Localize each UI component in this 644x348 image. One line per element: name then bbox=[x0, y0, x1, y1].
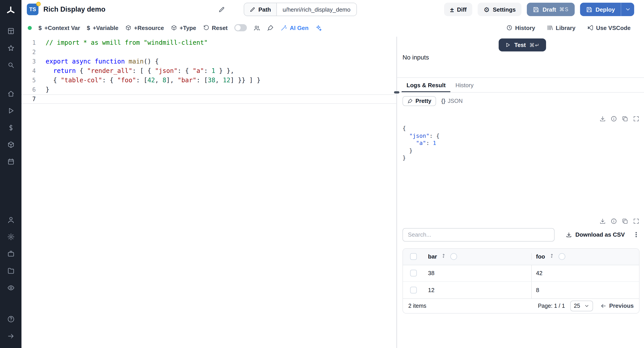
table-row: 3842 bbox=[403, 265, 639, 282]
deploy-button-group: Deploy bbox=[580, 3, 634, 16]
chevron-down-icon bbox=[584, 303, 590, 308]
windmill-logo[interactable] bbox=[4, 4, 17, 17]
collaborators-button[interactable] bbox=[254, 24, 260, 31]
add-variable-button[interactable]: $ +Variable bbox=[87, 24, 118, 31]
code-line[interactable]: 4 return { "render_all": [ { "json": { "… bbox=[22, 66, 396, 76]
library-button[interactable]: Library bbox=[547, 24, 575, 31]
table-row: 128 bbox=[403, 282, 639, 298]
resources-icon[interactable] bbox=[3, 137, 18, 152]
download-csv-button[interactable]: Download as CSV bbox=[566, 231, 625, 238]
no-inputs-text: No inputs bbox=[402, 54, 429, 61]
code-line[interactable]: 7 bbox=[22, 94, 396, 104]
collapse-sidebar-icon[interactable] bbox=[3, 328, 18, 344]
pen-icon bbox=[408, 98, 413, 104]
code-line[interactable]: 1// import * as wmill from "windmill-cli… bbox=[22, 38, 396, 48]
code-line[interactable]: 2 bbox=[22, 48, 396, 57]
panel-splitter[interactable] bbox=[396, 37, 397, 348]
select-all-checkbox[interactable] bbox=[410, 253, 416, 260]
add-context-var-button[interactable]: $ +Context Var bbox=[38, 24, 80, 31]
path-value[interactable]: u/henri/rich_display_demo bbox=[277, 3, 356, 16]
draft-shortcut: ⌘S bbox=[559, 6, 569, 12]
add-variable-label: +Variable bbox=[93, 24, 118, 31]
copy-icon[interactable] bbox=[622, 116, 628, 122]
settings-button[interactable]: ⚙ Settings bbox=[478, 3, 522, 16]
use-vscode-button[interactable]: Use VSCode bbox=[587, 24, 630, 31]
code-line[interactable]: 5 { "table-col": { "foo": [42, 8], "bar"… bbox=[22, 76, 396, 85]
code-line[interactable]: 6} bbox=[22, 85, 396, 94]
tab-logs-result[interactable]: Logs & Result bbox=[402, 78, 450, 92]
previous-page-button[interactable]: Previous bbox=[600, 302, 634, 309]
runs-icon[interactable] bbox=[3, 103, 18, 118]
download-icon[interactable] bbox=[599, 218, 606, 224]
table-body: 3842128 bbox=[403, 265, 639, 298]
typescript-badge: TS bbox=[27, 4, 38, 15]
diff-button[interactable]: ± Diff bbox=[444, 3, 472, 16]
topbar: TS Rich Display demo Path u/henri/rich_d… bbox=[22, 0, 644, 19]
sort-icon[interactable] bbox=[441, 253, 446, 260]
reset-icon bbox=[203, 24, 209, 31]
table-menu-button[interactable] bbox=[633, 231, 640, 238]
path-label: Path bbox=[258, 6, 271, 13]
vscode-icon bbox=[587, 24, 593, 31]
expand-icon[interactable] bbox=[633, 218, 640, 224]
folders-icon[interactable] bbox=[3, 263, 18, 278]
deploy-button[interactable]: Deploy bbox=[580, 3, 621, 16]
table-cell: 42 bbox=[531, 265, 639, 281]
add-type-button[interactable]: +Type bbox=[170, 24, 196, 31]
row-checkbox[interactable] bbox=[410, 270, 416, 276]
code-editor[interactable]: 1// import * as wmill from "windmill-cli… bbox=[22, 37, 396, 348]
home-icon[interactable] bbox=[3, 86, 18, 101]
ai-sparkles-button[interactable] bbox=[315, 24, 322, 31]
items-count: 2 items bbox=[408, 302, 426, 309]
info-icon[interactable] bbox=[610, 218, 617, 224]
help-icon[interactable] bbox=[3, 311, 18, 326]
users-icon[interactable] bbox=[3, 212, 18, 227]
code-text: return { "render_all": [ { "json": { "a"… bbox=[46, 66, 234, 76]
code-line[interactable]: 3export async function main() { bbox=[22, 57, 396, 66]
ai-gen-button[interactable]: AI Gen bbox=[280, 24, 308, 31]
table-search-input[interactable] bbox=[402, 228, 554, 241]
add-resource-label: +Resource bbox=[134, 24, 164, 31]
line-number: 5 bbox=[22, 76, 46, 85]
tab-history[interactable]: History bbox=[450, 78, 478, 92]
reset-button[interactable]: Reset bbox=[203, 24, 228, 31]
test-button[interactable]: Test ⌘↵ bbox=[499, 38, 546, 52]
sparkles-icon bbox=[315, 24, 322, 31]
schedules-icon[interactable] bbox=[3, 154, 18, 169]
expand-icon[interactable] bbox=[633, 116, 640, 122]
format-button[interactable] bbox=[267, 24, 274, 31]
history-button[interactable]: History bbox=[506, 24, 535, 31]
edit-path-button[interactable]: Path bbox=[244, 3, 276, 16]
kebab-icon bbox=[633, 231, 640, 238]
collab-toggle[interactable] bbox=[234, 24, 247, 31]
draft-button[interactable]: Draft ⌘S bbox=[527, 3, 574, 16]
json-line: { bbox=[402, 125, 640, 132]
pencil-icon bbox=[249, 6, 255, 12]
add-resource-button[interactable]: +Resource bbox=[125, 24, 164, 31]
select-all-cell bbox=[403, 253, 424, 260]
sort-icon[interactable] bbox=[549, 253, 554, 260]
settings-icon[interactable] bbox=[3, 229, 18, 244]
page-size-select[interactable]: 25 bbox=[570, 300, 593, 311]
audit-logs-icon[interactable] bbox=[3, 280, 18, 295]
workers-icon[interactable] bbox=[3, 246, 18, 261]
pretty-view-button[interactable]: Pretty bbox=[402, 96, 436, 106]
page-size-value: 25 bbox=[574, 302, 580, 309]
gear-icon: ⚙ bbox=[484, 6, 490, 13]
edit-summary-button[interactable] bbox=[218, 6, 225, 13]
apps-icon[interactable] bbox=[3, 23, 18, 38]
deploy-options-button[interactable] bbox=[621, 3, 634, 16]
json-line: "a": 1 bbox=[402, 140, 640, 147]
download-icon[interactable] bbox=[599, 116, 606, 122]
copy-icon[interactable] bbox=[622, 218, 628, 224]
favorites-icon[interactable] bbox=[3, 40, 18, 56]
row-checkbox[interactable] bbox=[410, 286, 416, 293]
variables-icon[interactable] bbox=[3, 120, 18, 135]
column-toggle-checkbox[interactable] bbox=[450, 253, 457, 260]
row-select-cell bbox=[403, 286, 424, 293]
column-toggle-checkbox[interactable] bbox=[558, 253, 565, 260]
info-icon[interactable] bbox=[610, 116, 617, 122]
search-icon[interactable] bbox=[3, 57, 18, 72]
json-view-button[interactable]: {} JSON bbox=[438, 96, 466, 106]
code-text: { "table-col": { "foo": [42, 8], "bar": … bbox=[46, 76, 260, 85]
